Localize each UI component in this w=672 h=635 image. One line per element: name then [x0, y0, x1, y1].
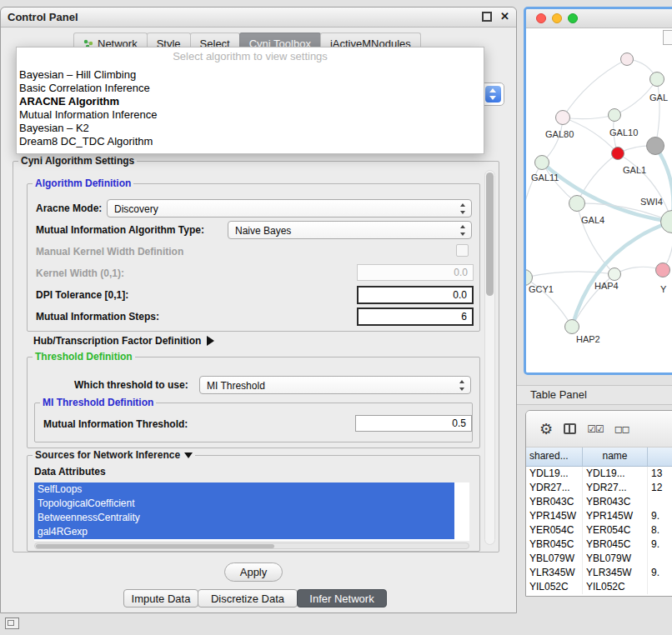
dpi-tolerance-label: DPI Tolerance [0,1]:: [36, 289, 128, 301]
table-cell: 9.: [648, 538, 672, 552]
manual-kernel-label: Manual Kernel Width Definition: [36, 246, 183, 258]
attribute-list-item[interactable]: TopologicalCoefficient: [34, 497, 454, 511]
algorithm-dropdown-popup: Select algorithm to view settings Bayesi…: [16, 47, 484, 154]
mi-steps-field[interactable]: 6: [357, 308, 474, 326]
mi-type-combobox[interactable]: Naive Bayes: [228, 221, 472, 239]
network-node-label: GAL4: [581, 215, 604, 225]
table-cell: YPR145W: [583, 509, 648, 523]
algorithm-option[interactable]: Dream8 DC_TDC Algorithm: [17, 135, 484, 148]
algorithm-option[interactable]: ARACNE Algorithm: [17, 95, 484, 108]
table-cell: YBR043C: [583, 495, 648, 509]
control-panel-titlebar[interactable]: Control Panel ✕: [1, 8, 516, 28]
table-cell: YBR045C: [526, 538, 583, 552]
manual-kernel-checkbox[interactable]: [456, 244, 469, 257]
zoom-traffic-light[interactable]: [568, 13, 578, 23]
table-row[interactable]: YDR27...YDR27...12: [526, 481, 672, 495]
select-all-checkboxes-icon[interactable]: ☑☑: [587, 423, 604, 435]
table-row[interactable]: YBL079WYBL079W: [526, 552, 672, 566]
sources-group-title[interactable]: Sources for Network Inference: [33, 449, 195, 461]
combobox-value: Naive Bayes: [235, 225, 291, 237]
hub-definition-toggle[interactable]: Hub/Transcription Factor Definition: [33, 335, 214, 347]
network-node[interactable]: [611, 147, 624, 160]
apply-button[interactable]: Apply: [224, 562, 283, 582]
network-node[interactable]: [534, 155, 549, 170]
bottom-tabs: Impute Data Discretize Data Infer Networ…: [124, 589, 387, 608]
column-header-name[interactable]: name: [583, 448, 648, 466]
deselect-all-checkboxes-icon[interactable]: ◻◻: [614, 423, 629, 435]
network-node[interactable]: [655, 262, 670, 278]
scrollbar-thumb[interactable]: [36, 544, 274, 548]
attribute-list-item[interactable]: gal4RGexp: [34, 525, 454, 539]
data-attributes-list[interactable]: SelfLoopsTopologicalCoefficientBetweenne…: [34, 482, 469, 541]
table-row[interactable]: YLR345WYLR345W9.: [526, 566, 672, 580]
network-node[interactable]: [608, 268, 621, 281]
table-cell: [648, 580, 672, 594]
mi-threshold-field[interactable]: 0.5: [355, 415, 472, 432]
network-edge[interactable]: [542, 162, 672, 222]
updown-arrows-icon: [459, 380, 465, 391]
network-node[interactable]: [555, 110, 570, 125]
network-canvas[interactable]: GAL80GALGAL10GAL1GAL11SWI4GAL4GCY1HAP4YH…: [526, 28, 672, 373]
table-panel-header: Table Panel: [517, 385, 672, 405]
tab-discretize-data[interactable]: Discretize Data: [198, 589, 298, 608]
combobox-value: MI Threshold: [207, 380, 265, 392]
horizontal-scrollbar[interactable]: [34, 542, 469, 549]
kernel-width-field[interactable]: 0.0: [357, 264, 474, 281]
network-node[interactable]: [608, 108, 621, 122]
network-edge[interactable]: [577, 153, 618, 203]
scrollbar-thumb[interactable]: [486, 172, 494, 296]
table-panel-title: Table Panel: [530, 388, 587, 401]
mi-type-label: Mutual Information Algorithm Type:: [36, 224, 204, 236]
collapsed-panel-icon[interactable]: [5, 618, 19, 629]
table-row[interactable]: YER054CYER054C8.: [526, 523, 672, 538]
expand-right-icon: [207, 336, 214, 346]
column-header[interactable]: [648, 448, 672, 466]
table-cell: [648, 495, 672, 509]
column-header-shared-name[interactable]: shared...: [526, 448, 583, 466]
network-node[interactable]: [620, 52, 634, 66]
table-cell: YLR345W: [583, 566, 648, 580]
table-row[interactable]: YBR043CYBR043C: [526, 495, 672, 509]
aracne-mode-combobox[interactable]: Discovery: [107, 199, 472, 218]
table-cell: YBL079W: [526, 552, 583, 566]
which-threshold-combobox[interactable]: MI Threshold: [199, 376, 471, 394]
network-edge[interactable]: [577, 203, 614, 274]
table-row[interactable]: YPR145WYPR145W9.: [526, 509, 672, 523]
dropdown-placeholder: Select algorithm to view settings: [17, 48, 484, 68]
algorithm-option[interactable]: Mutual Information Inference: [17, 108, 484, 122]
columns-icon[interactable]: [564, 423, 576, 434]
table-panel-window: ⚙ ☑☑ ◻◻ shared... name YDL19...YDL19...1…: [525, 410, 672, 597]
network-node-label: Y: [660, 284, 666, 294]
algorithm-option[interactable]: Bayesian – K2: [17, 122, 484, 135]
network-edge[interactable]: [655, 79, 659, 146]
tab-impute-data[interactable]: Impute Data: [123, 589, 198, 608]
close-traffic-light[interactable]: [536, 13, 546, 23]
scrollbar-corner: [663, 30, 672, 45]
table-row[interactable]: YIL052CYIL052C: [526, 580, 672, 594]
attribute-list-item[interactable]: SelfLoops: [34, 482, 454, 497]
network-node[interactable]: [646, 137, 664, 155]
tab-infer-network[interactable]: Infer Network: [297, 589, 387, 608]
float-window-icon[interactable]: [482, 12, 492, 22]
window-controls: ✕: [482, 11, 509, 22]
table-row[interactable]: YBR045CYBR045C9.: [526, 538, 672, 552]
gear-icon[interactable]: ⚙: [539, 422, 553, 437]
cyni-algorithm-settings-group: Cyni Algorithm Settings Algorithm Defini…: [13, 161, 499, 552]
network-edge[interactable]: [526, 272, 614, 278]
algorithm-option[interactable]: Basic Correlation Inference: [17, 82, 484, 95]
collapse-down-icon: [184, 452, 193, 458]
close-icon[interactable]: ✕: [500, 11, 509, 22]
attribute-list-item[interactable]: BetweennessCentrality: [34, 511, 454, 525]
algorithm-option[interactable]: Bayesian – Hill Climbing: [17, 68, 484, 82]
group-title: Cyni Algorithm Settings: [18, 155, 137, 167]
table-cell: YLR345W: [526, 566, 583, 580]
network-window-titlebar[interactable]: [526, 9, 672, 28]
dpi-tolerance-field[interactable]: 0.0: [357, 286, 474, 304]
minimize-traffic-light[interactable]: [552, 13, 562, 23]
settings-scrollbar[interactable]: [484, 170, 495, 545]
network-edge[interactable]: [563, 115, 614, 119]
table-row[interactable]: YDL19...YDL19...13: [526, 467, 672, 481]
network-node[interactable]: [564, 319, 579, 334]
network-node[interactable]: [569, 195, 585, 212]
network-node[interactable]: [649, 72, 664, 87]
